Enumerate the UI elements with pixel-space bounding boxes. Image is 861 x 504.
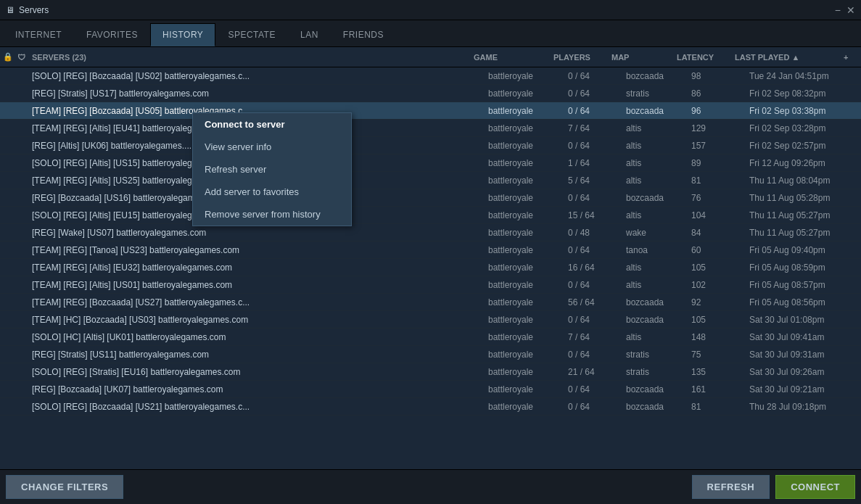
cell-latency: 86 [691,88,749,99]
context-menu-item-add-favorites[interactable]: Add server to favorites [193,181,351,203]
cell-latency: 89 [691,158,749,168]
context-menu-item-connect[interactable]: Connect to server [193,113,351,136]
server-list[interactable]: [SOLO] [REG] [Bozcaada] [US02] battleroy… [0,67,861,474]
table-row[interactable]: [TEAM] [REG] [Altis] [US25] battleroyale… [0,172,861,189]
cell-map: altis [626,332,691,342]
th-players[interactable]: PLAYERS [553,53,611,62]
cell-map: altis [626,263,691,273]
th-lock: 🔒 [3,52,17,62]
cell-map: altis [626,141,691,151]
cell-players: 5 / 64 [568,175,626,186]
table-row[interactable]: [SOLO] [REG] [Bozcaada] [US02] battleroy… [0,67,861,85]
cell-game: battleroyale [488,315,568,325]
th-latency[interactable]: LATENCY [677,53,735,62]
cell-game: battleroyale [488,384,568,394]
cell-map: stratis [626,367,691,377]
cell-latency: 161 [691,384,749,394]
cell-latency: 135 [691,367,749,377]
cell-lastplayed: Fri 05 Aug 08:57pm [749,280,858,290]
cell-lastplayed: Fri 12 Aug 09:26pm [749,158,858,168]
table-row[interactable]: [REG] [Wake] [US07] battleroyalegames.co… [0,224,861,241]
cell-game: battleroyale [488,193,568,203]
table-row[interactable]: [TEAM] [REG] [Bozcaada] [US05] battleroy… [0,102,861,120]
table-row[interactable]: [SOLO] [REG] [Altis] [EU15] battleroyale… [0,207,861,224]
cell-server-name: [TEAM] [REG] [Tanoa] [US23] battleroyale… [32,245,488,255]
context-menu-item-remove-history[interactable]: Remove server from history [193,203,351,226]
cell-server-name: [SOLO] [HC] [Altis] [UK01] battleroyaleg… [32,332,488,342]
context-menu: Connect to serverView server infoRefresh… [192,112,352,226]
cell-players: 7 / 64 [568,332,626,342]
cell-lastplayed: Fri 02 Sep 03:28pm [749,123,858,133]
cell-players: 0 / 64 [568,141,626,151]
cell-map: bozcaada [626,402,691,412]
table-row[interactable]: [REG] [Bozcaada] [UK07] battleroyalegame… [0,381,861,398]
cell-latency: 92 [691,297,749,307]
table-row[interactable]: [REG] [Bozcaada] [US16] battleroyalegame… [0,189,861,207]
cell-latency: 76 [691,193,749,203]
table-row[interactable]: [SOLO] [REG] [Bozcaada] [US21] battleroy… [0,398,861,416]
change-filters-button[interactable]: CHANGE FILTERS [6,475,123,499]
cell-map: tanoa [626,245,691,255]
cell-players: 0 / 64 [568,280,626,290]
th-map[interactable]: MAP [611,53,677,62]
tab-spectate[interactable]: SPECTATE [215,23,288,46]
cell-game: battleroyale [488,71,568,81]
tab-favorites[interactable]: FAVORITES [74,23,150,46]
cell-players: 0 / 64 [568,384,626,394]
cell-game: battleroyale [488,88,568,99]
tab-lan[interactable]: LAN [288,23,331,46]
connect-button[interactable]: CONNECT [775,475,855,499]
cell-players: 0 / 64 [568,106,626,116]
table-row[interactable]: [SOLO] [HC] [Altis] [UK01] battleroyaleg… [0,329,861,346]
cell-players: 0 / 64 [568,245,626,255]
th-lastplayed[interactable]: LAST PLAYED ▲ [735,53,844,62]
context-menu-item-refresh[interactable]: Refresh server [193,158,351,181]
close-button[interactable]: ✕ [846,5,855,15]
table-row[interactable]: [TEAM] [REG] [Altis] [EU32] battleroyale… [0,259,861,276]
cell-latency: 105 [691,263,749,273]
cell-latency: 84 [691,228,749,238]
cell-server-name: [TEAM] [REG] [Bozcaada] [US27] battleroy… [32,297,488,307]
cell-server-name: [REG] [Stratis] [US11] battleroyalegames… [32,350,488,360]
server-list-container: [SOLO] [REG] [Bozcaada] [US02] battleroy… [0,67,861,474]
table-row[interactable]: [REG] [Altis] [UK06] battleroyalegames..… [0,137,861,154]
tab-internet[interactable]: INTERNET [3,23,74,46]
cell-latency: 148 [691,332,749,342]
table-row[interactable]: [TEAM] [HC] [Bozcaada] [US03] battleroya… [0,311,861,329]
cell-latency: 96 [691,106,749,116]
title-bar-controls: − ✕ [835,5,855,15]
title-bar-title: 🖥 Servers [6,5,49,15]
table-row[interactable]: [TEAM] [REG] [Bozcaada] [US27] battleroy… [0,294,861,311]
table-row[interactable]: [TEAM] [REG] [Altis] [EU41] battleroyale… [0,120,861,137]
table-row[interactable]: [REG] [Stratis] [US11] battleroyalegames… [0,346,861,363]
minimize-button[interactable]: − [835,5,841,15]
cell-game: battleroyale [488,106,568,116]
cell-game: battleroyale [488,297,568,307]
cell-map: bozcaada [626,315,691,325]
table-row[interactable]: [TEAM] [REG] [Tanoa] [US23] battleroyale… [0,241,861,259]
table-row[interactable]: [SOLO] [REG] [Altis] [US15] battleroyale… [0,154,861,172]
context-menu-item-view-info[interactable]: View server info [193,136,351,158]
th-servers[interactable]: SERVERS (23) [32,53,474,62]
th-add[interactable]: + [844,53,858,62]
table-header: 🔒 🛡 SERVERS (23) GAME PLAYERS MAP LATENC… [0,47,861,67]
table-row[interactable]: [REG] [Stratis] [US17] battleroyalegames… [0,85,861,102]
cell-game: battleroyale [488,350,568,360]
cell-players: 0 / 64 [568,350,626,360]
cell-game: battleroyale [488,228,568,238]
tab-friends[interactable]: FRIENDS [331,23,396,46]
cell-players: 21 / 64 [568,367,626,377]
cell-map: bozcaada [626,297,691,307]
cell-map: bozcaada [626,193,691,203]
cell-latency: 81 [691,175,749,186]
cell-latency: 129 [691,123,749,133]
refresh-button[interactable]: REFRESH [692,475,770,499]
cell-server-name: [TEAM] [REG] [Altis] [US01] battleroyale… [32,280,488,290]
table-row[interactable]: [SOLO] [REG] [Stratis] [EU16] battleroya… [0,363,861,381]
cell-players: 1 / 64 [568,158,626,168]
th-game[interactable]: GAME [474,53,553,62]
table-row[interactable]: [TEAM] [REG] [Altis] [US01] battleroyale… [0,276,861,294]
window-icon: 🖥 [6,5,15,15]
title-bar: 🖥 Servers − ✕ [0,0,861,20]
tab-history[interactable]: HISTORY [150,23,215,46]
